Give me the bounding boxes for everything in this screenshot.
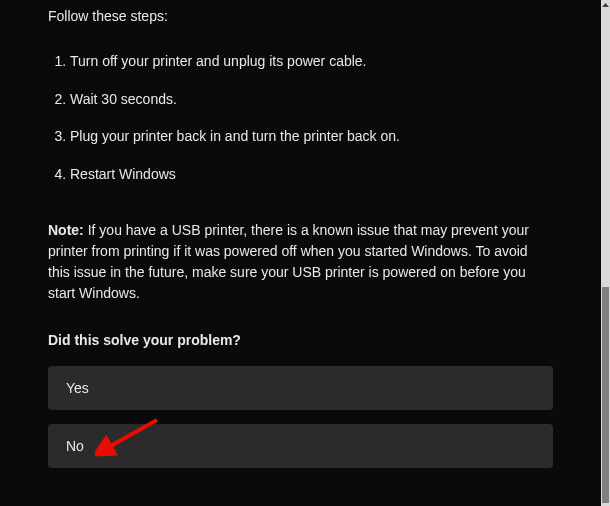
troubleshooter-content: Follow these steps: Turn off your printe… bbox=[0, 0, 601, 506]
step-item: Restart Windows bbox=[70, 165, 553, 185]
step-item: Wait 30 seconds. bbox=[70, 90, 553, 110]
scrollbar-up-button[interactable] bbox=[601, 0, 610, 10]
step-item: Turn off your printer and unplug its pow… bbox=[70, 52, 553, 72]
intro-text: Follow these steps: bbox=[48, 8, 553, 24]
question-text: Did this solve your problem? bbox=[48, 332, 553, 348]
note-paragraph: Note: If you have a USB printer, there i… bbox=[48, 220, 553, 304]
svg-marker-0 bbox=[602, 3, 609, 7]
yes-button[interactable]: Yes bbox=[48, 366, 553, 410]
note-label: Note: bbox=[48, 222, 84, 238]
scrollbar-thumb[interactable] bbox=[602, 287, 609, 503]
chevron-up-icon bbox=[602, 3, 609, 7]
step-item: Plug your printer back in and turn the p… bbox=[70, 127, 553, 147]
scrollbar-track[interactable] bbox=[601, 0, 610, 506]
note-text: If you have a USB printer, there is a kn… bbox=[48, 222, 529, 301]
no-button[interactable]: No bbox=[48, 424, 553, 468]
steps-list: Turn off your printer and unplug its pow… bbox=[48, 52, 553, 184]
